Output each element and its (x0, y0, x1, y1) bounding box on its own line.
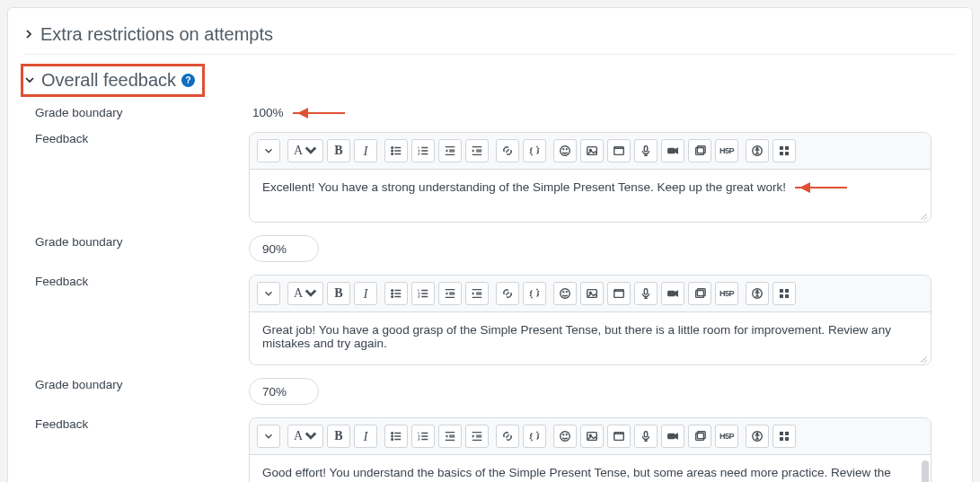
accessibility-icon[interactable] (746, 282, 769, 305)
chevron-right-icon (24, 28, 40, 41)
list-ul-icon[interactable] (384, 139, 408, 162)
grade-boundary-label: Grade boundary (24, 378, 249, 391)
feedback-editor: A B I H5P Excellent! You have a stro (249, 132, 931, 223)
italic-button[interactable]: I (354, 139, 377, 162)
svg-rect-34 (781, 290, 783, 293)
expand-icon[interactable] (257, 425, 280, 448)
link-icon[interactable] (496, 139, 519, 162)
svg-point-43 (566, 434, 567, 435)
emoji-icon[interactable] (553, 282, 577, 305)
svg-rect-18 (786, 153, 789, 155)
indent-decrease-icon[interactable] (438, 425, 462, 448)
feedback-text: Good effort! You understand the basics o… (262, 466, 918, 482)
paragraph-style-button[interactable]: A (287, 282, 323, 305)
feedback-label: Feedback (24, 417, 249, 431)
annotation-arrow (795, 187, 847, 188)
chevron-down-icon (25, 74, 41, 87)
scrollbar[interactable] (922, 460, 929, 482)
media-icon[interactable] (607, 282, 631, 305)
grid-icon[interactable] (773, 425, 796, 448)
media-icon[interactable] (607, 425, 631, 448)
file-icon[interactable] (688, 139, 711, 162)
grid-icon[interactable] (773, 282, 796, 305)
feedback-text: Excellent! You have a strong understandi… (262, 180, 786, 194)
svg-rect-37 (786, 295, 789, 298)
microphone-icon[interactable] (634, 425, 658, 448)
svg-rect-54 (786, 433, 789, 435)
accessibility-icon[interactable] (746, 139, 769, 162)
file-icon[interactable] (688, 425, 711, 448)
h5p-button[interactable]: H5P (715, 139, 738, 162)
feedback-textarea[interactable]: Great job! You have a good grasp of the … (250, 312, 931, 364)
feedback-label: Feedback (24, 275, 249, 288)
editor-toolbar: A B I H5P (250, 418, 931, 455)
bold-button[interactable]: B (327, 139, 350, 162)
indent-increase-icon[interactable] (465, 139, 489, 162)
svg-point-41 (561, 432, 570, 442)
svg-point-5 (566, 149, 567, 150)
unlink-icon[interactable] (523, 139, 546, 162)
list-ol-icon[interactable] (411, 425, 435, 448)
section-extra-restrictions[interactable]: Extra restrictions on attempts (24, 19, 956, 50)
image-icon[interactable] (580, 139, 604, 162)
grade-boundary-input[interactable] (249, 235, 319, 262)
svg-rect-9 (644, 146, 648, 152)
grade-boundary-value: 100% (249, 106, 284, 119)
accessibility-icon[interactable] (746, 425, 769, 448)
grade-boundary-input[interactable] (249, 378, 319, 405)
svg-point-20 (392, 293, 393, 294)
svg-rect-36 (781, 295, 783, 298)
h5p-button[interactable]: H5P (715, 425, 738, 448)
indent-decrease-icon[interactable] (438, 282, 462, 305)
svg-point-33 (756, 291, 758, 293)
indent-increase-icon[interactable] (465, 282, 489, 305)
resize-handle[interactable] (919, 211, 928, 220)
section-overall-feedback[interactable]: Overall feedback ? (25, 68, 195, 92)
h5p-button[interactable]: H5P (715, 282, 738, 305)
svg-point-19 (392, 290, 393, 292)
indent-increase-icon[interactable] (465, 425, 489, 448)
svg-point-40 (392, 439, 393, 441)
link-icon[interactable] (496, 425, 519, 448)
bold-button[interactable]: B (327, 282, 350, 305)
feedback-textarea[interactable]: Excellent! You have a strong understandi… (250, 170, 931, 222)
expand-icon[interactable] (257, 282, 280, 305)
svg-rect-29 (668, 291, 675, 295)
media-icon[interactable] (607, 139, 631, 162)
svg-rect-47 (644, 432, 648, 437)
file-icon[interactable] (688, 282, 711, 305)
feedback-textarea[interactable]: Good effort! You understand the basics o… (250, 455, 931, 482)
grid-icon[interactable] (773, 139, 796, 162)
resize-handle[interactable] (919, 354, 928, 363)
paragraph-style-button[interactable]: A (287, 425, 323, 448)
italic-button[interactable]: I (354, 425, 377, 448)
microphone-icon[interactable] (634, 282, 658, 305)
help-icon[interactable]: ? (181, 74, 195, 87)
indent-decrease-icon[interactable] (438, 139, 462, 162)
svg-rect-56 (786, 438, 789, 441)
video-icon[interactable] (661, 139, 684, 162)
italic-button[interactable]: I (354, 282, 377, 305)
video-icon[interactable] (661, 282, 684, 305)
link-icon[interactable] (496, 282, 519, 305)
image-icon[interactable] (580, 282, 604, 305)
video-icon[interactable] (661, 425, 684, 448)
list-ol-icon[interactable] (411, 282, 435, 305)
unlink-icon[interactable] (523, 282, 546, 305)
image-icon[interactable] (580, 425, 604, 448)
svg-point-39 (392, 435, 393, 437)
emoji-icon[interactable] (553, 139, 577, 162)
list-ol-icon[interactable] (411, 139, 435, 162)
svg-point-4 (563, 149, 564, 150)
feedback-label: Feedback (24, 132, 249, 145)
emoji-icon[interactable] (553, 425, 577, 448)
list-ul-icon[interactable] (384, 425, 408, 448)
list-ul-icon[interactable] (384, 282, 408, 305)
unlink-icon[interactable] (523, 425, 546, 448)
paragraph-style-button[interactable]: A (287, 139, 323, 162)
svg-rect-16 (786, 147, 789, 150)
svg-point-1 (392, 150, 393, 152)
expand-icon[interactable] (257, 139, 280, 162)
bold-button[interactable]: B (327, 425, 350, 448)
microphone-icon[interactable] (634, 139, 658, 162)
